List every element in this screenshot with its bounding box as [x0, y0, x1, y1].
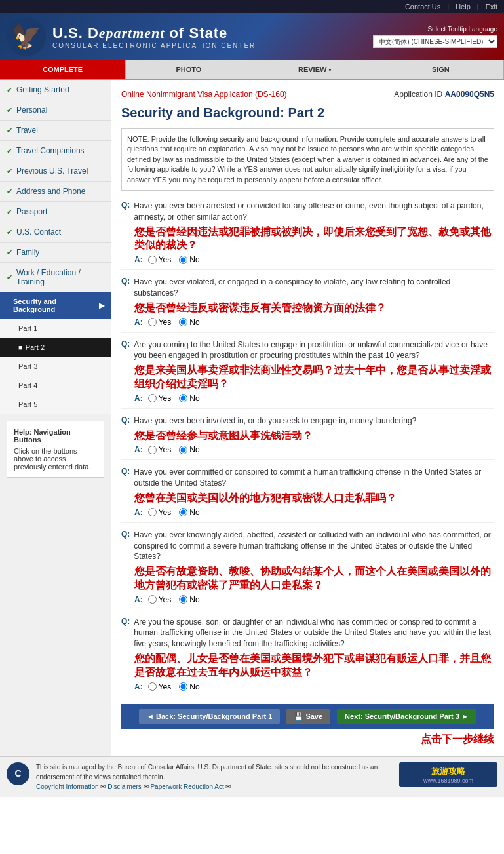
q-text-4: Have you ever been involved in, or do yo… [134, 416, 416, 427]
sidebar-item-getting-started[interactable]: ✔ Getting Started [0, 80, 111, 100]
page-title: Security and Background: Part 2 [121, 106, 494, 121]
radio-no-4[interactable]: No [179, 445, 199, 454]
question-row-2: Q: Have you ever violated, or engaged in… [121, 277, 494, 299]
click-hint: 点击下一步继续 [121, 733, 494, 747]
tab-complete[interactable]: COMPLETE [0, 60, 126, 79]
q-text-3: Are you coming to the United States to e… [134, 340, 494, 362]
check-icon: ✔ [7, 167, 12, 176]
footer-description: This site is managed by the Bureau of Co… [36, 764, 378, 781]
next-button[interactable]: Next: Security/Background Part 3 ► [337, 709, 476, 724]
sidebar-item-personal[interactable]: ✔ Personal [0, 100, 111, 121]
radio-yes-1[interactable]: Yes [148, 255, 172, 264]
tab-review[interactable]: REVIEW • [252, 60, 378, 79]
sidebar-item-prev-travel[interactable]: ✔ Previous U.S. Travel [0, 161, 111, 182]
form-name: Online Nonimmigrant Visa Application (DS… [121, 90, 287, 99]
check-icon: ✔ [7, 147, 12, 155]
tab-photo[interactable]: PHOTO [126, 60, 252, 79]
question-block-2: Q: Have you ever violated, or engaged in… [121, 277, 494, 332]
save-button[interactable]: 💾 Save [286, 709, 330, 724]
radio-group-5: Yes No [148, 508, 200, 517]
sidebar-item-travel[interactable]: ✔ Travel [0, 121, 111, 141]
question-row-7: Q: Are you the spouse, son, or daughter … [121, 617, 494, 650]
radio-yes-5[interactable]: Yes [148, 508, 172, 517]
a-label-2: A: [134, 318, 143, 327]
radio-no-6[interactable]: No [179, 595, 199, 604]
app-id-value: AA0090Q5N5 [445, 90, 494, 99]
q-label-4: Q: [121, 416, 130, 425]
sidebar-item-work-edu[interactable]: ✔ Work / Education / Training [0, 263, 111, 292]
q-label-6: Q: [121, 530, 130, 539]
note-text: NOTE: Provide the following security and… [127, 135, 488, 184]
sidebar-item-us-contact[interactable]: ✔ U.S. Contact [0, 222, 111, 243]
question-row-1: Q: Have you ever been arrested or convic… [121, 201, 494, 223]
main-layout: ✔ Getting Started ✔ Personal ✔ Travel ✔ … [0, 80, 504, 756]
radio-yes-4[interactable]: Yes [148, 445, 172, 454]
question-row-4: Q: Have you ever been involved in, or do… [121, 416, 494, 427]
q-text-7: Are you the spouse, son, or daughter of … [134, 617, 494, 650]
sidebar-item-part5[interactable]: Part 5 [0, 395, 111, 414]
radio-group-2: Yes No [148, 318, 200, 327]
nav-tabs: COMPLETE PHOTO REVIEW • SIGN [0, 60, 504, 80]
sidebar-item-part3[interactable]: Part 3 [0, 357, 111, 376]
a-label-4: A: [134, 445, 143, 454]
radio-no-3[interactable]: No [179, 394, 199, 403]
radio-no-2[interactable]: No [179, 318, 199, 327]
radio-yes-7[interactable]: Yes [148, 682, 172, 691]
radio-yes-2[interactable]: Yes [148, 318, 172, 327]
sidebar-item-family[interactable]: ✔ Family [0, 243, 111, 263]
department-name: U.S. Department of State [52, 25, 366, 42]
sidebar-item-part4[interactable]: Part 4 [0, 376, 111, 395]
tooltip-1: 您是否曾经因违法或犯罪被捕或被判决，即使后来您受到了宽恕、赦免或其他类似的裁决？ [134, 225, 494, 253]
sidebar-item-address-phone[interactable]: ✔ Address and Phone [0, 182, 111, 202]
question-block-6: Q: Have you ever knowingly aided, abette… [121, 530, 494, 610]
copyright-link[interactable]: Copyright Information [36, 783, 99, 790]
contact-link[interactable]: Contact Us [405, 3, 440, 10]
q-text-5: Have you ever committed or conspired to … [134, 467, 494, 489]
sidebar-item-part2[interactable]: ■ Part 2 [0, 338, 111, 357]
department-logo: 🦅 [7, 17, 46, 56]
help-link[interactable]: Help [456, 3, 471, 10]
disclaimers-link[interactable]: Disclaimers [107, 783, 142, 790]
footer-logo: C [7, 762, 29, 785]
ad-url: www.1681989.com [402, 777, 494, 784]
radio-group-3: Yes No [148, 394, 200, 403]
radio-yes-3[interactable]: Yes [148, 394, 172, 403]
footer-text: This site is managed by the Bureau of Co… [36, 762, 393, 792]
radio-no-7[interactable]: No [179, 682, 199, 691]
a-label-6: A: [134, 595, 143, 604]
exit-link[interactable]: Exit [486, 3, 497, 10]
tooltip-3: 您是来美国从事卖淫或非法商业性交易吗？过去十年中，您是否从事过卖淫或组织介绍过卖… [134, 364, 494, 391]
q-label-7: Q: [121, 617, 130, 626]
q-label-3: Q: [121, 340, 130, 349]
tooltip-4: 您是否曾经参与或意图从事洗钱活动？ [134, 429, 494, 443]
question-block-1: Q: Have you ever been arrested or convic… [121, 201, 494, 270]
check-icon: ✔ [7, 208, 12, 216]
back-button[interactable]: ◄ Back: Security/Background Part 1 [139, 709, 280, 724]
tooltip-label: Select Tooltip Language [427, 26, 497, 33]
sidebar-item-passport[interactable]: ✔ Passport [0, 202, 111, 222]
question-block-4: Q: Have you ever been involved in, or do… [121, 416, 494, 461]
question-row-6: Q: Have you ever knowingly aided, abette… [121, 530, 494, 562]
check-icon: ✔ [7, 86, 12, 94]
answer-row-3: A: Yes No [134, 394, 494, 403]
answer-row-4: A: Yes No [134, 445, 494, 454]
sidebar-item-travel-companions[interactable]: ✔ Travel Companions [0, 141, 111, 161]
tab-sign[interactable]: SIGN [378, 60, 504, 79]
check-icon: ✔ [7, 187, 12, 196]
radio-yes-6[interactable]: Yes [148, 595, 172, 604]
arrow-right-icon: ▶ [99, 301, 104, 310]
radio-no-5[interactable]: No [179, 508, 199, 517]
radio-no-1[interactable]: No [179, 255, 199, 264]
answer-row-7: A: Yes No [134, 682, 494, 691]
tooltip-language-select[interactable]: 中文(简体) (CHINESE-SIMPLIFIED) [373, 35, 497, 48]
a-label-7: A: [134, 682, 143, 691]
page-header: 🦅 U.S. Department of State CONSULAR ELEC… [0, 13, 504, 60]
sidebar-item-security[interactable]: Security and Background ▶ [0, 292, 111, 319]
paperwork-link[interactable]: Paperwork Reduction Act [150, 783, 223, 790]
radio-group-1: Yes No [148, 255, 200, 264]
a-label-5: A: [134, 508, 143, 517]
a-label-1: A: [134, 255, 143, 264]
tooltip-7: 您的配偶、儿女是否曾在美国或美国境外犯下或串谋犯有贩运人口罪，并且您是否故意在过… [134, 652, 494, 680]
header-right: Select Tooltip Language 中文(简体) (CHINESE-… [373, 26, 497, 48]
sidebar-item-part1[interactable]: Part 1 [0, 319, 111, 338]
